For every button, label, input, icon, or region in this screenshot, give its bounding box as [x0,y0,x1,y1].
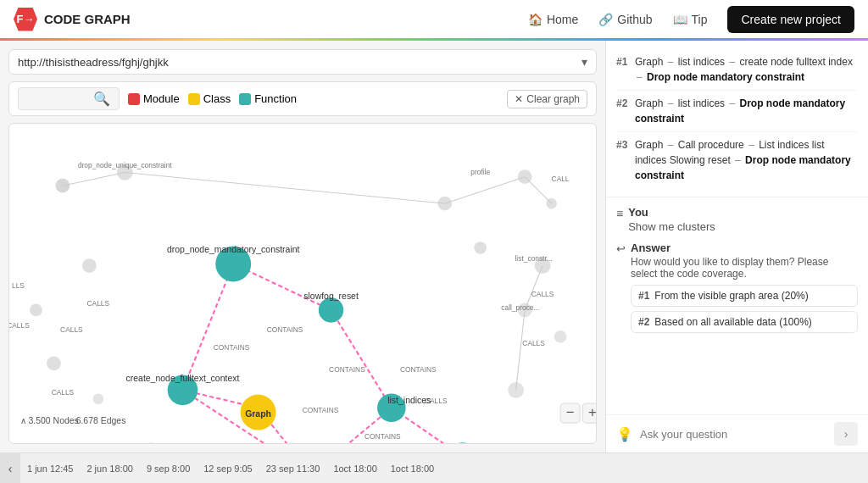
nav-tip[interactable]: 📖 Tip [673,13,708,26]
user-icon: ≡ [616,207,623,220]
svg-text:slowfog_reset: slowfog_reset [303,291,359,301]
filter-function[interactable]: Function [239,92,297,105]
svg-point-8 [82,258,97,273]
svg-text:CALL: CALL [552,175,570,183]
svg-text:CALLS: CALLS [60,325,83,334]
logo: F→ CODE GRAPH [14,8,131,31]
svg-text:drop_node_mandatory_constraint: drop_node_mandatory_constraint [167,245,300,254]
timeline-items: 1 jun 12:45 2 jun 18:00 9 sep 8:00 12 se… [20,464,868,474]
clear-graph-button[interactable]: ✕ Clear graph [507,90,587,108]
svg-line-14 [63,172,125,186]
svg-point-63 [448,442,477,443]
url-text: http://thisistheadress/fghj/ghjkk [18,56,575,69]
home-icon: 🏠 [528,13,542,26]
history-item-3[interactable]: #3 Graph – Call procedure – List indices… [616,132,858,188]
tip-icon: 📖 [673,13,687,26]
github-icon: 🔗 [598,13,613,26]
svg-text:∧ 3.500 Nodes: ∧ 3.500 Nodes [20,416,79,425]
svg-text:list_constr...: list_constr... [515,254,552,263]
app-header: F→ CODE GRAPH 🏠 Home 🔗 Github 📖 Tip Crea… [0,0,868,41]
svg-text:CALLS: CALLS [9,321,30,330]
svg-point-11 [93,394,104,405]
nav-github[interactable]: 🔗 Github [598,13,652,26]
chat-input-area: 💡 › [606,414,868,452]
svg-line-15 [125,172,444,203]
url-bar[interactable]: http://thisistheadress/fghj/ghjkk ▾ [8,49,597,75]
svg-text:CALLS: CALLS [531,290,554,298]
svg-text:CALLS: CALLS [522,339,545,347]
svg-text:CONTAINS: CONTAINS [400,365,437,374]
svg-text:LLS: LLS [12,281,25,290]
left-panel: http://thisistheadress/fghj/ghjkk ▾ 🔍 Mo… [0,41,605,452]
search-box[interactable]: 🔍 [18,87,120,110]
timeline-item-4[interactable]: 23 sep 11:30 [266,464,320,474]
timeline-item-5[interactable]: 1oct 18:00 [333,464,376,474]
new-project-button[interactable]: Create new project [727,6,854,33]
svg-point-13 [474,242,487,254]
svg-text:6.678 Edges: 6.678 Edges [76,416,126,425]
svg-text:CONTAINS: CONTAINS [267,325,303,334]
timeline-item-0[interactable]: 1 jun 12:45 [27,464,73,474]
answer-icon: ↩ [616,242,626,255]
svg-text:CONTAINS: CONTAINS [329,365,365,374]
main-content: http://thisistheadress/fghj/ghjkk ▾ 🔍 Mo… [0,41,868,452]
svg-line-17 [525,177,551,203]
history-section: #1 Graph – list indices – create node fu… [606,41,868,197]
chat-input[interactable] [640,428,827,441]
chat-send-button[interactable]: › [834,422,858,446]
timeline: ‹ 1 jun 12:45 2 jun 18:00 9 sep 8:00 12 … [0,452,868,483]
chat-option-1[interactable]: #1 From the visible graph area (20%) [631,285,858,307]
filter-module[interactable]: Module [128,92,180,105]
svg-text:call_proce...: call_proce... [501,303,539,312]
svg-text:drop_node_unique_constraint: drop_node_unique_constraint [78,161,172,169]
filter-class[interactable]: Class [188,92,231,105]
chat-answer: ↩ Answer How would you like to display t… [616,242,858,337]
svg-text:list_indices: list_indices [387,396,431,405]
class-checkbox[interactable] [188,93,200,105]
right-panel: #1 Graph – list indices – create node fu… [605,41,868,452]
history-item-2[interactable]: #2 Graph – list indices – Drop node mand… [616,91,858,132]
svg-point-9 [30,304,42,317]
svg-point-53 [319,297,343,322]
svg-text:create_node_fulltext_context: create_node_fulltext_context [126,374,240,383]
svg-text:CONTAINS: CONTAINS [214,343,250,352]
svg-line-19 [516,310,525,390]
timeline-item-6[interactable]: 1oct 18:00 [391,464,434,474]
logo-text: CODE GRAPH [44,12,131,26]
svg-text:CALLS: CALLS [87,299,110,308]
bulb-icon: 💡 [616,426,633,442]
timeline-prev-button[interactable]: ‹ [0,453,20,484]
svg-point-43 [146,442,157,443]
timeline-item-1[interactable]: 2 jun 18:00 [86,464,132,474]
svg-point-6 [554,330,567,343]
graph-svg: CALL LLS CALLS CALLS CALLS CALLS drop_no… [9,124,596,443]
chat-option-2[interactable]: #2 Based on all available data (100%) [631,311,858,333]
graph-canvas[interactable]: CALL LLS CALLS CALLS CALLS CALLS drop_no… [8,123,597,444]
chevron-down-icon[interactable]: ▾ [581,55,587,69]
function-checkbox[interactable] [239,93,251,105]
svg-text:Graph: Graph [245,409,271,419]
svg-text:profile: profile [470,168,490,176]
search-icon: 🔍 [93,91,110,107]
timeline-item-2[interactable]: 9 sep 8:00 [147,464,190,474]
svg-text:+: + [588,404,596,420]
nav-bar: 🏠 Home 🔗 Github 📖 Tip Create new project [528,6,854,33]
timeline-item-3[interactable]: 12 sep 9:05 [203,464,253,474]
module-checkbox[interactable] [128,93,140,105]
svg-text:CONTAINS: CONTAINS [303,406,339,414]
svg-point-10 [47,356,61,370]
nav-home[interactable]: 🏠 Home [528,13,578,26]
search-input[interactable] [25,92,93,105]
x-icon: ✕ [515,93,523,105]
toolbar: 🔍 Module Class Function ✕ Clear graph [8,81,597,116]
svg-point-0 [56,179,70,193]
chat-you: ≡ You Show me clusters [616,206,858,233]
history-item-1[interactable]: #1 Graph – list indices – create node fu… [616,49,858,91]
chat-section: ≡ You Show me clusters ↩ Answer How woul… [606,197,868,414]
svg-line-16 [445,177,525,203]
svg-text:CALLS: CALLS [52,388,75,397]
svg-text:−: − [566,404,575,420]
svg-text:CONTAINS: CONTAINS [364,432,401,441]
logo-icon: F→ [14,8,37,31]
